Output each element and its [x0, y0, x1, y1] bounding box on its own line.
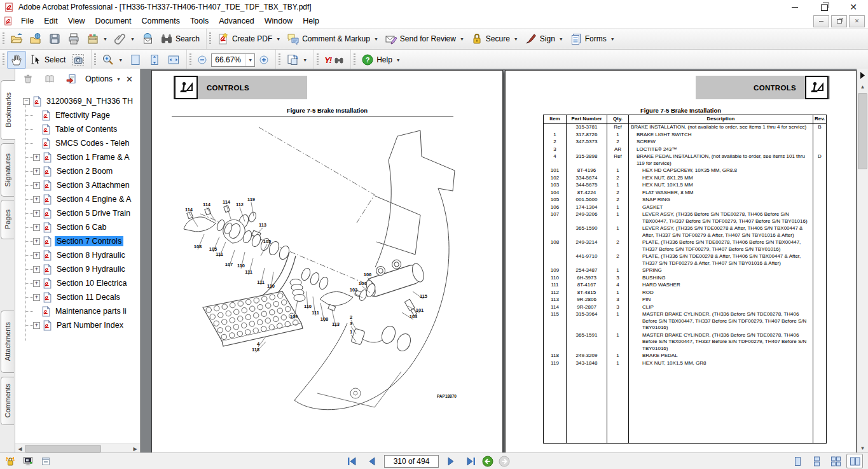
bookmark-item[interactable]: +Section 9 Hydraulic: [15, 262, 140, 276]
fit-page-button[interactable]: [145, 51, 164, 69]
scroll-left-arrow[interactable]: ◀: [15, 444, 25, 453]
send-review-button[interactable]: Send for Review▼: [382, 30, 467, 48]
open-button[interactable]: [7, 30, 26, 48]
expand-toggle[interactable]: +: [33, 322, 40, 329]
bookmark-label[interactable]: Table of Contents: [53, 124, 119, 134]
collapse-toggle[interactable]: −: [23, 98, 30, 105]
save-button[interactable]: [45, 30, 64, 48]
menu-help[interactable]: Help: [298, 15, 324, 27]
single-page-layout-button[interactable]: [789, 454, 806, 468]
snapshot-tool-button[interactable]: [69, 51, 88, 69]
toolbar-grip[interactable]: [317, 53, 319, 66]
nav-tab-comments[interactable]: Comments: [1, 377, 14, 425]
toolbar-grip[interactable]: [354, 53, 355, 66]
expand-toggle[interactable]: +: [33, 196, 40, 203]
bookmark-label[interactable]: Section 1 Frame & A: [55, 152, 132, 162]
bookmarks-options-button[interactable]: Options▼: [85, 74, 121, 83]
bookmark-item[interactable]: +Section 1 Frame & A: [15, 150, 140, 164]
toolbar-grip[interactable]: [3, 53, 4, 66]
bookmark-label[interactable]: Section 5 Drive Train: [55, 208, 132, 218]
email-button[interactable]: [138, 30, 157, 48]
fit-width-button[interactable]: [164, 51, 183, 69]
doc-restore-button[interactable]: [831, 15, 847, 27]
select-tool-button[interactable]: Select: [26, 51, 69, 69]
continuous-facing-layout-button[interactable]: [827, 454, 844, 468]
bookmark-label[interactable]: Section 9 Hydraulic: [55, 264, 127, 274]
toolbar-grip[interactable]: [189, 53, 191, 66]
bookmark-item[interactable]: +Section 2 Boom: [15, 164, 140, 178]
search-button[interactable]: Search: [157, 30, 203, 48]
bookmark-item[interactable]: +Section 5 Drive Train: [15, 206, 140, 220]
hand-tool-button[interactable]: [7, 51, 26, 69]
bookmark-label[interactable]: Section 2 Boom: [55, 166, 114, 176]
scroll-up-arrow[interactable]: ▲: [857, 81, 868, 92]
bookmark-label[interactable]: Section 7 Controls: [55, 236, 123, 246]
help-button[interactable]: ?Help▼: [358, 51, 404, 69]
close-panel-button[interactable]: ✕: [123, 73, 135, 85]
bookmark-label[interactable]: 31200369_N_TH336 TH: [45, 96, 135, 106]
bookmark-item[interactable]: +Section 11 Decals: [15, 290, 140, 304]
bookmark-item[interactable]: +Section 6 Cab: [15, 220, 140, 234]
nav-tab-bookmarks[interactable]: Bookmarks: [1, 80, 15, 140]
page-number-input[interactable]: 310 of 494: [384, 455, 439, 468]
menu-view[interactable]: View: [63, 15, 90, 27]
expand-current-bookmark-button[interactable]: [42, 71, 57, 87]
yim-search-button[interactable]: Y!: [321, 52, 347, 67]
expand-toggle[interactable]: +: [33, 280, 40, 287]
expand-toggle[interactable]: +: [33, 182, 40, 189]
menu-tools[interactable]: Tools: [185, 15, 214, 27]
doc-close-button[interactable]: ✕: [849, 15, 865, 27]
scroll-down-arrow[interactable]: ▼: [857, 443, 868, 453]
menu-advanced[interactable]: Advanced: [214, 15, 259, 27]
page-setup-button[interactable]: ▼: [283, 51, 310, 69]
expand-toggle[interactable]: +: [33, 154, 40, 161]
security-lock-icon[interactable]: [5, 456, 15, 466]
minimize-button[interactable]: [780, 0, 809, 14]
bookmark-item[interactable]: +Section 3 Attachmen: [15, 178, 140, 192]
sign-button[interactable]: Sign▼: [521, 30, 567, 48]
close-button[interactable]: ✕: [839, 0, 868, 14]
bookmark-label[interactable]: SMCS Codes - Teleh: [53, 138, 132, 148]
bookmark-item[interactable]: +Section 7 Controls: [15, 234, 140, 248]
bookmark-item[interactable]: +Section 8 Hydraulic: [15, 248, 140, 262]
menu-window[interactable]: Window: [259, 15, 298, 27]
collapse-panel-arrow[interactable]: [857, 69, 868, 81]
menu-comments[interactable]: Comments: [137, 15, 185, 27]
bookmark-item[interactable]: Table of Contents: [15, 122, 140, 136]
organizer-button[interactable]: ▼: [83, 30, 111, 48]
menu-document[interactable]: Document: [90, 15, 137, 27]
nav-tab-pages[interactable]: Pages: [1, 200, 14, 239]
bookmark-item[interactable]: SMCS Codes - Teleh: [15, 136, 140, 150]
expand-toggle[interactable]: +: [33, 266, 40, 273]
zoom-in-tool-button[interactable]: ▼: [99, 51, 126, 69]
expand-toggle[interactable]: +: [33, 238, 40, 245]
bookmark-item[interactable]: Effectivity Page: [15, 108, 140, 122]
actual-size-button[interactable]: [126, 51, 145, 69]
facing-layout-button[interactable]: [846, 454, 863, 468]
bookmark-item[interactable]: +Section 4 Engine & A: [15, 192, 140, 206]
hscroll-thumb[interactable]: [25, 445, 101, 452]
bookmark-label[interactable]: Section 4 Engine & A: [55, 194, 133, 204]
nav-tab-attachments[interactable]: Attachments: [1, 311, 14, 373]
doc-minimize-button[interactable]: [813, 15, 829, 27]
toolbar-grip[interactable]: [209, 32, 211, 45]
document-vscrollbar[interactable]: ▲ ▼: [857, 69, 868, 453]
expand-toggle[interactable]: +: [33, 294, 40, 301]
zoom-dropdown-caret[interactable]: ▼: [245, 54, 252, 66]
scroll-right-arrow[interactable]: ▶: [130, 444, 140, 453]
bookmark-label[interactable]: Section 3 Attachmen: [55, 180, 132, 190]
bookmark-label[interactable]: Maintenance parts li: [53, 306, 128, 316]
toolbar-grip[interactable]: [3, 32, 4, 45]
secure-button[interactable]: Secure▼: [467, 30, 521, 48]
next-page-button[interactable]: [443, 454, 459, 468]
next-view-button[interactable]: [499, 456, 510, 467]
bookmark-item[interactable]: Maintenance parts li: [15, 304, 140, 318]
bookmark-label[interactable]: Section 10 Electrica: [55, 278, 128, 288]
delete-bookmark-button[interactable]: [20, 71, 36, 87]
toolbar-grip[interactable]: [279, 53, 280, 66]
bookmark-label[interactable]: Effectivity Page: [53, 110, 112, 120]
attach-button[interactable]: ▼: [111, 30, 138, 48]
print-button[interactable]: [64, 30, 83, 48]
bookmarks-hscrollbar[interactable]: ◀ ▶: [15, 444, 140, 453]
open-web-button[interactable]: [26, 30, 45, 48]
